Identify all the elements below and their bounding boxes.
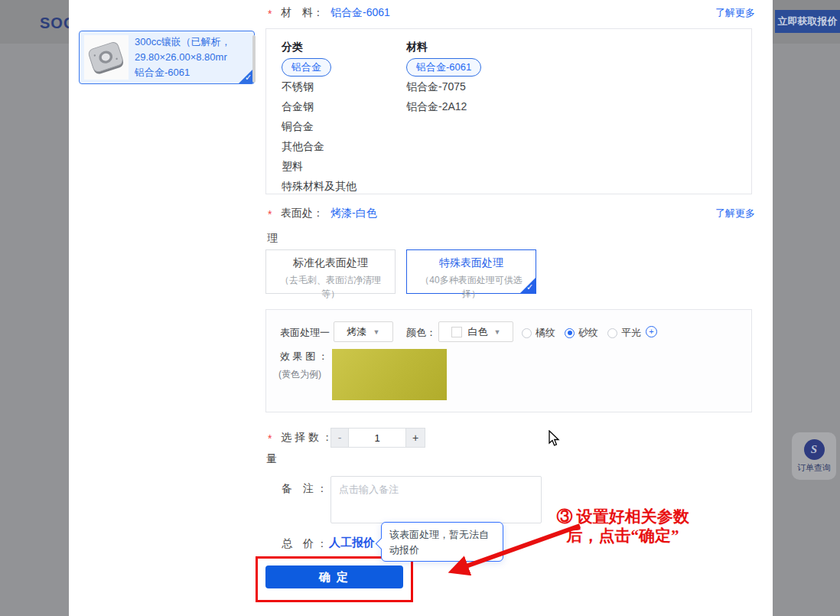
part-material: 铝合金-6061 bbox=[135, 65, 231, 80]
remark-textarea[interactable] bbox=[330, 476, 542, 523]
category-option-selected[interactable]: 铝合金 bbox=[282, 58, 331, 77]
category-option[interactable]: 塑料 bbox=[282, 156, 406, 176]
page-overlay-right bbox=[773, 0, 840, 616]
effect-image-label: 效 果 图 ： bbox=[280, 350, 328, 363]
order-query-label: 订单查询 bbox=[797, 462, 831, 474]
required-asterisk: * bbox=[268, 432, 272, 445]
quantity-label-line2: 量 bbox=[266, 452, 277, 466]
part-list-item[interactable]: 300cc镶嵌（已解析， 29.80×26.00×8.80mr 铝合金-6061… bbox=[79, 31, 255, 84]
material-option[interactable]: 铝合金-7075 bbox=[406, 77, 481, 96]
standard-surface-card[interactable]: 标准化表面处理 （去毛刺、表面洁净清理等） bbox=[265, 249, 396, 294]
required-asterisk: * bbox=[268, 8, 272, 20]
effect-sample-image bbox=[332, 349, 447, 400]
order-query-widget[interactable]: S 订单查询 bbox=[792, 432, 836, 480]
part-thumbnail bbox=[84, 35, 129, 80]
material-column-header: 材料 bbox=[406, 37, 481, 57]
category-option[interactable]: 合金钢 bbox=[282, 96, 406, 116]
effect-image-note: (黄色为例) bbox=[278, 368, 321, 381]
special-surface-desc: （40多种表面处理可供选择） bbox=[413, 273, 529, 301]
material-learn-more-link[interactable]: 了解更多 bbox=[715, 6, 761, 20]
material-value: 铝合金-6061 bbox=[330, 6, 390, 20]
price-label: 总 价 ： bbox=[282, 537, 327, 551]
category-column-header: 分类 bbox=[282, 37, 406, 57]
standard-surface-title: 标准化表面处理 bbox=[266, 256, 395, 270]
texture-radio-sand[interactable]: 砂纹 bbox=[565, 326, 598, 340]
required-asterisk: * bbox=[268, 208, 272, 220]
special-surface-title: 特殊表面处理 bbox=[407, 256, 536, 270]
category-option[interactable]: 不锈钢 bbox=[282, 77, 406, 96]
remark-label: 备 注 ： bbox=[282, 482, 327, 496]
category-option[interactable]: 其他合金 bbox=[282, 136, 406, 156]
standard-surface-desc: （去毛刺、表面洁净清理等） bbox=[272, 273, 389, 301]
color-swatch-white bbox=[451, 327, 462, 337]
material-picker-panel: 分类 铝合金 不锈钢 合金钢 铜合金 其他合金 塑料 特殊材料及其他 材料 铝合… bbox=[265, 28, 752, 194]
quantity-plus-button[interactable]: + bbox=[405, 428, 425, 448]
material-option[interactable]: 铝合金-2A12 bbox=[406, 96, 481, 116]
order-query-icon: S bbox=[804, 439, 825, 460]
chevron-down-icon: ▼ bbox=[373, 328, 380, 336]
category-option[interactable]: 特殊材料及其他 bbox=[282, 176, 406, 196]
add-more-icon[interactable]: + bbox=[646, 326, 657, 337]
selected-check-icon: ✓ bbox=[519, 277, 536, 294]
quantity-input[interactable] bbox=[349, 428, 405, 448]
material-label: 材 料： bbox=[281, 6, 324, 20]
surface-value: 烤漆-白色 bbox=[330, 207, 377, 220]
part-config-modal: 300cc镶嵌（已解析， 29.80×26.00×8.80mr 铝合金-6061… bbox=[69, 0, 773, 616]
part-dimensions: 29.80×26.00×8.80mr bbox=[135, 50, 231, 65]
radio-circle-icon bbox=[607, 328, 617, 338]
get-quote-button[interactable]: 立即获取报价 bbox=[775, 10, 840, 33]
color-select[interactable]: 白色 ▼ bbox=[438, 321, 513, 342]
quantity-minus-button[interactable]: - bbox=[330, 428, 349, 448]
radio-circle-icon bbox=[565, 328, 575, 338]
texture-radio-flat[interactable]: 平光 bbox=[607, 326, 641, 340]
color-label: 颜色： bbox=[406, 326, 436, 340]
surface-label-line1: 表面处： bbox=[281, 207, 324, 220]
material-option-selected[interactable]: 铝合金-6061 bbox=[406, 58, 481, 77]
price-tooltip: 该表面处理，暂无法自动报价 bbox=[381, 522, 503, 562]
quantity-stepper: - + bbox=[330, 428, 425, 448]
surface-options-panel: 表面处理一 ： 烤漆 ▼ 颜色： 白色 ▼ 橘纹 砂纹 平光 + 效 果 图 ：… bbox=[265, 309, 752, 412]
surface-label-line2: 理 bbox=[267, 232, 278, 246]
price-value: 人工报价 bbox=[329, 536, 375, 550]
color-select-value: 白色 bbox=[468, 325, 488, 339]
page-overlay-left bbox=[0, 0, 69, 616]
chevron-down-icon: ▼ bbox=[494, 328, 501, 336]
part-3d-preview-icon bbox=[84, 35, 129, 80]
part-info: 300cc镶嵌（已解析， 29.80×26.00×8.80mr 铝合金-6061 bbox=[135, 34, 231, 80]
process-select[interactable]: 烤漆 ▼ bbox=[334, 321, 393, 342]
texture-radio-orange[interactable]: 橘纹 bbox=[522, 326, 555, 340]
process-select-value: 烤漆 bbox=[347, 325, 367, 339]
annotation-text: ③ 设置好相关参数 后，点击“确定” bbox=[525, 507, 721, 546]
part-title: 300cc镶嵌（已解析， bbox=[135, 34, 231, 50]
category-option[interactable]: 铜合金 bbox=[282, 116, 406, 136]
confirm-button[interactable]: 确 定 bbox=[265, 565, 403, 588]
special-surface-card[interactable]: 特殊表面处理 （40多种表面处理可供选择） ✓ bbox=[406, 249, 536, 294]
radio-circle-icon bbox=[522, 328, 532, 338]
part-list-scrollbar[interactable] bbox=[252, 35, 256, 83]
surface-learn-more-link[interactable]: 了解更多 bbox=[715, 207, 761, 220]
quantity-label-line1: 选 择 数 ： bbox=[281, 431, 333, 445]
